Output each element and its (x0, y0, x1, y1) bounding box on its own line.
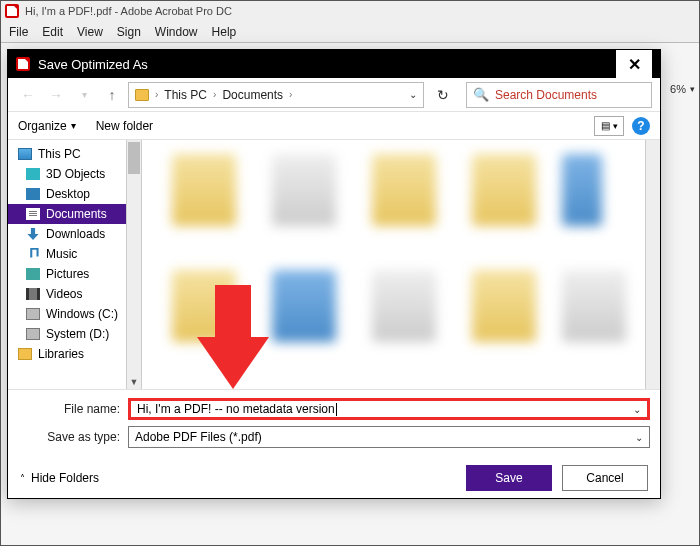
chevron-up-icon: ˄ (20, 473, 25, 484)
tree-item-label: This PC (38, 147, 81, 161)
tree-item-documents[interactable]: Documents (8, 204, 141, 224)
close-button[interactable]: ✕ (616, 50, 652, 78)
scroll-down-icon[interactable]: ▼ (127, 375, 141, 389)
pc-icon (18, 148, 32, 160)
address-bar[interactable]: › This PC › Documents › ⌄ (128, 82, 424, 108)
filename-dropdown[interactable]: ⌄ (629, 403, 645, 415)
tree-item-label: Documents (46, 207, 107, 221)
filetype-value: Adobe PDF Files (*.pdf) (135, 430, 262, 444)
drive-icon (26, 328, 40, 340)
tree-item-system-d-[interactable]: System (D:) (8, 324, 141, 344)
tree-item-label: 3D Objects (46, 167, 105, 181)
organize-button[interactable]: Organize ▾ (18, 119, 76, 133)
file-thumbnail[interactable] (372, 154, 436, 226)
tree-item-videos[interactable]: Videos (8, 284, 141, 304)
chevron-down-icon: ▾ (71, 120, 76, 131)
menu-sign[interactable]: Sign (117, 25, 141, 39)
files-scrollbar[interactable] (645, 140, 660, 389)
tree-item-music[interactable]: Music (8, 244, 141, 264)
search-box[interactable]: 🔍 Search Documents (466, 82, 652, 108)
tree-scrollbar[interactable]: ▲ ▼ (126, 140, 141, 389)
new-folder-button[interactable]: New folder (96, 119, 153, 133)
scroll-thumb[interactable] (128, 142, 140, 174)
view-mode-button[interactable]: ▤ ▾ (594, 116, 624, 136)
hide-folders-button[interactable]: ˄ Hide Folders (20, 471, 99, 485)
view-icon: ▤ (601, 120, 610, 131)
acrobat-window: Hi, I'm a PDF!.pdf - Adobe Acrobat Pro D… (0, 0, 700, 546)
music-icon (26, 248, 40, 260)
app-title-bar: Hi, I'm a PDF!.pdf - Adobe Acrobat Pro D… (1, 1, 699, 21)
tree-item-label: Downloads (46, 227, 105, 241)
breadcrumb-folder[interactable]: Documents (222, 88, 283, 102)
menu-window[interactable]: Window (155, 25, 198, 39)
tree-item-pictures[interactable]: Pictures (8, 264, 141, 284)
recent-dropdown[interactable]: ▾ (72, 83, 96, 107)
filename-input[interactable]: Hi, I'm a PDF! -- no metadata version ⌄ (128, 398, 650, 420)
dl-icon (26, 228, 40, 240)
pdf-icon (16, 57, 30, 71)
address-dropdown[interactable]: ⌄ (409, 89, 417, 100)
menu-edit[interactable]: Edit (42, 25, 63, 39)
save-button[interactable]: Save (466, 465, 552, 491)
tree-item-this-pc[interactable]: This PC (8, 144, 141, 164)
folder-icon (135, 89, 149, 101)
save-dialog: Save Optimized As ✕ ← → ▾ ↑ › This PC › … (7, 49, 661, 499)
file-thumbnail[interactable] (172, 154, 236, 226)
pdf-app-icon (5, 4, 19, 18)
tree-item-label: Windows (C:) (46, 307, 118, 321)
tree-item-downloads[interactable]: Downloads (8, 224, 141, 244)
filetype-label: Save as type: (18, 430, 128, 444)
tree-item-label: System (D:) (46, 327, 109, 341)
file-thumbnail[interactable] (562, 270, 626, 342)
chevron-right-icon: › (213, 89, 216, 100)
tree-item-3d-objects[interactable]: 3D Objects (8, 164, 141, 184)
search-placeholder: Search Documents (495, 88, 597, 102)
file-thumbnail[interactable] (472, 154, 536, 226)
doc-icon (26, 208, 40, 220)
forward-button[interactable]: → (44, 83, 68, 107)
cancel-button[interactable]: Cancel (562, 465, 648, 491)
desktop-icon (26, 188, 40, 200)
filetype-dropdown[interactable]: ⌄ (631, 429, 647, 445)
filename-label: File name: (18, 402, 128, 416)
filename-value: Hi, I'm a PDF! -- no metadata version (137, 402, 337, 416)
chevron-right-icon: › (289, 89, 292, 100)
file-thumbnail[interactable] (272, 154, 336, 226)
up-button[interactable]: ↑ (100, 83, 124, 107)
back-button[interactable]: ← (16, 83, 40, 107)
filetype-select[interactable]: Adobe PDF Files (*.pdf) ⌄ (128, 426, 650, 448)
tree-item-label: Pictures (46, 267, 89, 281)
field-rows: File name: Hi, I'm a PDF! -- no metadata… (8, 390, 660, 458)
folder-tree: This PC3D ObjectsDesktopDocumentsDownloa… (8, 140, 142, 389)
file-thumbnail[interactable] (272, 270, 336, 342)
drive-icon (26, 308, 40, 320)
tree-item-label: Videos (46, 287, 82, 301)
app-title-text: Hi, I'm a PDF!.pdf - Adobe Acrobat Pro D… (25, 5, 232, 17)
menu-file[interactable]: File (9, 25, 28, 39)
help-button[interactable]: ? (632, 117, 650, 135)
tree-item-libraries[interactable]: Libraries (8, 344, 141, 364)
vid-icon (26, 288, 40, 300)
tree-item-desktop[interactable]: Desktop (8, 184, 141, 204)
file-thumbnail[interactable] (472, 270, 536, 342)
breadcrumb-root[interactable]: This PC (164, 88, 207, 102)
tree-item-windows-c-[interactable]: Windows (C:) (8, 304, 141, 324)
dialog-footer: ˄ Hide Folders Save Cancel (8, 458, 660, 498)
dialog-title-bar[interactable]: Save Optimized As ✕ (8, 50, 660, 78)
dialog-title-text: Save Optimized As (38, 57, 148, 72)
menu-help[interactable]: Help (212, 25, 237, 39)
annotation-arrow (197, 285, 269, 389)
tree-item-label: Desktop (46, 187, 90, 201)
file-thumbnail[interactable] (562, 154, 602, 226)
chevron-right-icon: › (155, 89, 158, 100)
tree-item-label: Libraries (38, 347, 84, 361)
lib-icon (18, 348, 32, 360)
zoom-indicator[interactable]: 6% ▾ (670, 83, 695, 95)
tree-item-label: Music (46, 247, 77, 261)
menu-view[interactable]: View (77, 25, 103, 39)
refresh-button[interactable]: ↻ (430, 82, 456, 108)
menu-bar: File Edit View Sign Window Help (1, 21, 699, 43)
file-thumbnail[interactable] (372, 270, 436, 342)
zoom-value: 6% (670, 83, 686, 95)
toolbar-row: Organize ▾ New folder ▤ ▾ ? (8, 112, 660, 140)
